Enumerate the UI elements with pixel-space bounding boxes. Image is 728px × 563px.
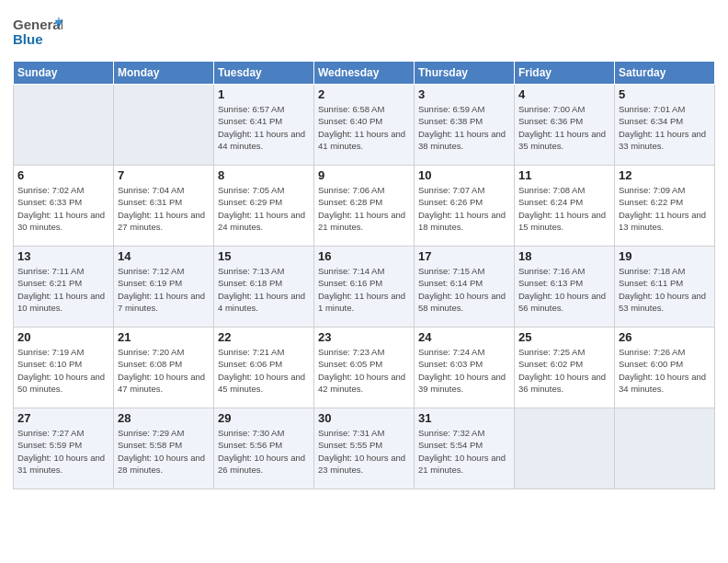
day-info: Sunrise: 7:00 AM Sunset: 6:36 PM Dayligh… — [518, 103, 610, 152]
day-header-sunday: Sunday — [14, 62, 114, 85]
calendar-cell: 19Sunrise: 7:18 AM Sunset: 6:11 PM Dayli… — [615, 247, 715, 327]
calendar-cell: 4Sunrise: 7:00 AM Sunset: 6:36 PM Daylig… — [515, 85, 615, 166]
day-number: 13 — [17, 249, 109, 263]
calendar-cell: 28Sunrise: 7:29 AM Sunset: 5:58 PM Dayli… — [114, 408, 214, 489]
day-number: 19 — [619, 249, 711, 263]
calendar-header-row: SundayMondayTuesdayWednesdayThursdayFrid… — [14, 62, 715, 85]
calendar-cell — [14, 85, 114, 166]
day-number: 14 — [118, 249, 210, 263]
day-info: Sunrise: 7:08 AM Sunset: 6:24 PM Dayligh… — [518, 184, 610, 233]
day-number: 5 — [619, 87, 711, 101]
day-number: 8 — [218, 168, 310, 182]
calendar-cell: 30Sunrise: 7:31 AM Sunset: 5:55 PM Dayli… — [314, 408, 415, 489]
day-header-wednesday: Wednesday — [314, 62, 415, 85]
calendar-cell: 8Sunrise: 7:05 AM Sunset: 6:29 PM Daylig… — [214, 166, 314, 247]
day-number: 16 — [318, 249, 410, 263]
day-number: 17 — [418, 249, 510, 263]
day-info: Sunrise: 7:19 AM Sunset: 6:10 PM Dayligh… — [17, 346, 109, 395]
day-number: 6 — [17, 168, 109, 182]
day-info: Sunrise: 7:01 AM Sunset: 6:34 PM Dayligh… — [619, 103, 711, 152]
calendar-cell: 15Sunrise: 7:13 AM Sunset: 6:18 PM Dayli… — [214, 247, 314, 327]
page: General Blue SundayMondayTuesdayWednesda… — [0, 0, 728, 563]
day-info: Sunrise: 7:29 AM Sunset: 5:58 PM Dayligh… — [118, 427, 210, 476]
day-number: 24 — [418, 330, 510, 344]
calendar: SundayMondayTuesdayWednesdayThursdayFrid… — [13, 61, 715, 489]
day-number: 22 — [218, 330, 310, 344]
day-info: Sunrise: 7:32 AM Sunset: 5:54 PM Dayligh… — [418, 427, 510, 476]
calendar-week-row: 27Sunrise: 7:27 AM Sunset: 5:59 PM Dayli… — [14, 408, 715, 489]
day-info: Sunrise: 7:07 AM Sunset: 6:26 PM Dayligh… — [418, 184, 510, 233]
calendar-cell: 23Sunrise: 7:23 AM Sunset: 6:05 PM Dayli… — [314, 327, 415, 408]
day-number: 26 — [619, 330, 711, 344]
day-info: Sunrise: 7:23 AM Sunset: 6:05 PM Dayligh… — [318, 346, 410, 395]
day-info: Sunrise: 7:27 AM Sunset: 5:59 PM Dayligh… — [17, 427, 109, 476]
calendar-week-row: 13Sunrise: 7:11 AM Sunset: 6:21 PM Dayli… — [14, 247, 715, 327]
logo-icon: General Blue — [13, 13, 63, 53]
day-number: 9 — [318, 168, 410, 182]
day-info: Sunrise: 7:25 AM Sunset: 6:02 PM Dayligh… — [518, 346, 610, 395]
calendar-week-row: 1Sunrise: 6:57 AM Sunset: 6:41 PM Daylig… — [14, 85, 715, 166]
day-number: 23 — [318, 330, 410, 344]
day-number: 11 — [518, 168, 610, 182]
day-info: Sunrise: 7:30 AM Sunset: 5:56 PM Dayligh… — [218, 427, 310, 476]
svg-text:Blue: Blue — [13, 31, 43, 47]
calendar-cell: 21Sunrise: 7:20 AM Sunset: 6:08 PM Dayli… — [114, 327, 214, 408]
svg-text:General: General — [13, 17, 63, 32]
day-info: Sunrise: 7:14 AM Sunset: 6:16 PM Dayligh… — [318, 265, 410, 314]
day-info: Sunrise: 7:21 AM Sunset: 6:06 PM Dayligh… — [218, 346, 310, 395]
day-info: Sunrise: 7:26 AM Sunset: 6:00 PM Dayligh… — [619, 346, 711, 395]
calendar-week-row: 6Sunrise: 7:02 AM Sunset: 6:33 PM Daylig… — [14, 166, 715, 247]
day-info: Sunrise: 7:13 AM Sunset: 6:18 PM Dayligh… — [218, 265, 310, 314]
day-number: 21 — [118, 330, 210, 344]
day-number: 3 — [418, 87, 510, 101]
calendar-cell: 7Sunrise: 7:04 AM Sunset: 6:31 PM Daylig… — [114, 166, 214, 247]
day-number: 27 — [17, 411, 109, 425]
calendar-cell: 6Sunrise: 7:02 AM Sunset: 6:33 PM Daylig… — [14, 166, 114, 247]
day-info: Sunrise: 7:06 AM Sunset: 6:28 PM Dayligh… — [318, 184, 410, 233]
day-info: Sunrise: 7:09 AM Sunset: 6:22 PM Dayligh… — [619, 184, 711, 233]
day-number: 28 — [118, 411, 210, 425]
calendar-cell: 11Sunrise: 7:08 AM Sunset: 6:24 PM Dayli… — [515, 166, 615, 247]
day-info: Sunrise: 7:20 AM Sunset: 6:08 PM Dayligh… — [118, 346, 210, 395]
calendar-cell: 29Sunrise: 7:30 AM Sunset: 5:56 PM Dayli… — [214, 408, 314, 489]
day-info: Sunrise: 7:12 AM Sunset: 6:19 PM Dayligh… — [118, 265, 210, 314]
calendar-cell: 16Sunrise: 7:14 AM Sunset: 6:16 PM Dayli… — [314, 247, 415, 327]
calendar-cell — [114, 85, 214, 166]
calendar-week-row: 20Sunrise: 7:19 AM Sunset: 6:10 PM Dayli… — [14, 327, 715, 408]
calendar-cell: 25Sunrise: 7:25 AM Sunset: 6:02 PM Dayli… — [515, 327, 615, 408]
day-header-tuesday: Tuesday — [214, 62, 314, 85]
calendar-cell — [615, 408, 715, 489]
day-number: 12 — [619, 168, 711, 182]
day-info: Sunrise: 7:05 AM Sunset: 6:29 PM Dayligh… — [218, 184, 310, 233]
day-info: Sunrise: 7:16 AM Sunset: 6:13 PM Dayligh… — [518, 265, 610, 314]
day-info: Sunrise: 7:24 AM Sunset: 6:03 PM Dayligh… — [418, 346, 510, 395]
day-number: 1 — [218, 87, 310, 101]
day-info: Sunrise: 7:15 AM Sunset: 6:14 PM Dayligh… — [418, 265, 510, 314]
calendar-cell: 31Sunrise: 7:32 AM Sunset: 5:54 PM Dayli… — [415, 408, 515, 489]
calendar-cell: 3Sunrise: 6:59 AM Sunset: 6:38 PM Daylig… — [415, 85, 515, 166]
day-header-thursday: Thursday — [415, 62, 515, 85]
day-header-saturday: Saturday — [615, 62, 715, 85]
day-info: Sunrise: 6:59 AM Sunset: 6:38 PM Dayligh… — [418, 103, 510, 152]
calendar-cell: 24Sunrise: 7:24 AM Sunset: 6:03 PM Dayli… — [415, 327, 515, 408]
calendar-cell: 13Sunrise: 7:11 AM Sunset: 6:21 PM Dayli… — [14, 247, 114, 327]
day-header-friday: Friday — [515, 62, 615, 85]
day-info: Sunrise: 7:31 AM Sunset: 5:55 PM Dayligh… — [318, 427, 410, 476]
day-number: 31 — [418, 411, 510, 425]
calendar-cell — [515, 408, 615, 489]
day-number: 20 — [17, 330, 109, 344]
calendar-cell: 10Sunrise: 7:07 AM Sunset: 6:26 PM Dayli… — [415, 166, 515, 247]
day-number: 30 — [318, 411, 410, 425]
day-number: 18 — [518, 249, 610, 263]
calendar-cell: 22Sunrise: 7:21 AM Sunset: 6:06 PM Dayli… — [214, 327, 314, 408]
calendar-cell: 12Sunrise: 7:09 AM Sunset: 6:22 PM Dayli… — [615, 166, 715, 247]
logo-area: General Blue — [13, 13, 63, 57]
calendar-cell: 20Sunrise: 7:19 AM Sunset: 6:10 PM Dayli… — [14, 327, 114, 408]
calendar-cell: 1Sunrise: 6:57 AM Sunset: 6:41 PM Daylig… — [214, 85, 314, 166]
calendar-cell: 5Sunrise: 7:01 AM Sunset: 6:34 PM Daylig… — [615, 85, 715, 166]
calendar-cell: 18Sunrise: 7:16 AM Sunset: 6:13 PM Dayli… — [515, 247, 615, 327]
calendar-cell: 14Sunrise: 7:12 AM Sunset: 6:19 PM Dayli… — [114, 247, 214, 327]
day-number: 29 — [218, 411, 310, 425]
day-info: Sunrise: 7:11 AM Sunset: 6:21 PM Dayligh… — [17, 265, 109, 314]
day-info: Sunrise: 6:58 AM Sunset: 6:40 PM Dayligh… — [318, 103, 410, 152]
